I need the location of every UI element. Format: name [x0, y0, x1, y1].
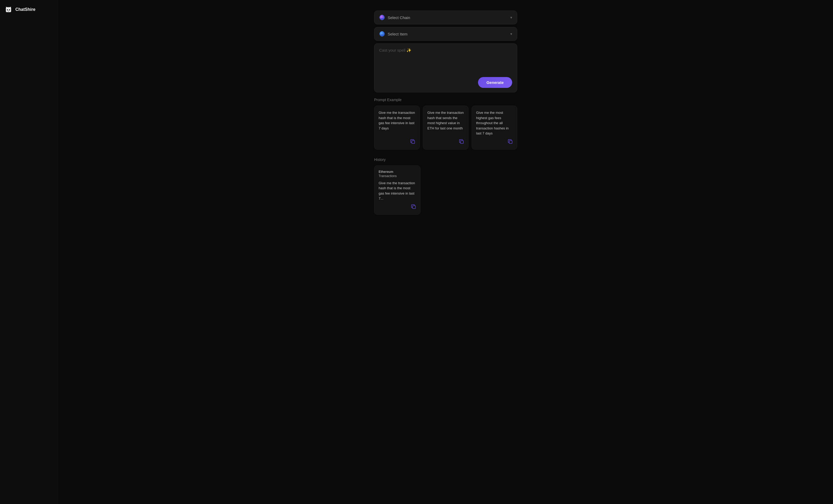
chain-select-label: Select Chain	[388, 15, 410, 20]
copy-icon-1[interactable]	[410, 139, 415, 145]
history-chain-label: Ethereum	[379, 170, 416, 174]
item-select[interactable]: Select Item ▾	[374, 27, 517, 41]
item-select-left: Select Item	[379, 31, 407, 37]
history-type-label: Transactions	[379, 174, 416, 178]
prompt-card-1-text: Give me the transaction hash that is the…	[379, 110, 415, 136]
svg-rect-11	[412, 206, 415, 208]
prompt-examples-title: Prompt Example	[374, 98, 517, 102]
chain-globe-icon	[379, 15, 385, 20]
logo-area: ChatShire	[4, 5, 54, 14]
copy-icon-2[interactable]	[459, 139, 464, 145]
svg-rect-9	[460, 141, 463, 144]
chain-chevron-icon: ▾	[510, 15, 512, 20]
chain-select-left: Select Chain	[379, 15, 410, 20]
app-name: ChatShire	[15, 7, 35, 12]
item-chevron-icon: ▾	[510, 32, 512, 36]
generate-row: Generate	[379, 77, 512, 88]
prompt-card-2-text: Give me the transaction hash that sends …	[427, 110, 464, 136]
history-cards-row: Ethereum Transactions Give me the transa…	[374, 166, 517, 215]
prompt-card-3[interactable]: Give me the most highest gas fees throug…	[472, 106, 517, 150]
copy-icon-row-1	[379, 139, 415, 145]
main-content: Select Chain ▾ Select Item	[58, 0, 833, 504]
spell-input[interactable]	[379, 48, 512, 74]
svg-rect-8	[412, 141, 415, 144]
spell-input-container: Generate	[374, 44, 517, 92]
svg-point-1	[9, 9, 10, 10]
history-title: History	[374, 157, 517, 162]
copy-icon-row-2	[427, 139, 464, 145]
prompt-cards-row: Give me the transaction hash that is the…	[374, 106, 517, 150]
select-panel: Select Chain ▾ Select Item	[374, 10, 517, 98]
history-card-text: Give me the transaction hash that is the…	[379, 180, 416, 201]
svg-point-0	[7, 9, 8, 10]
prompt-card-2[interactable]: Give me the transaction hash that sends …	[423, 106, 469, 150]
chain-select[interactable]: Select Chain ▾	[374, 10, 517, 24]
copy-icon-3[interactable]	[508, 139, 513, 145]
prompt-card-1[interactable]: Give me the transaction hash that is the…	[374, 106, 420, 150]
item-select-label: Select Item	[388, 32, 407, 36]
history-section: History Ethereum Transactions Give me th…	[374, 157, 517, 215]
history-copy-icon[interactable]	[411, 204, 416, 210]
history-copy-icon-row	[379, 204, 416, 210]
prompt-card-3-text: Give me the most highest gas fees throug…	[476, 110, 513, 136]
generate-button[interactable]: Generate	[478, 77, 512, 88]
sidebar: ChatShire	[0, 0, 58, 504]
svg-rect-10	[509, 141, 512, 144]
chatshire-logo-icon	[4, 5, 13, 14]
item-globe-icon	[379, 31, 385, 37]
copy-icon-row-3	[476, 139, 513, 145]
prompt-examples-section: Prompt Example Give me the transaction h…	[374, 98, 517, 150]
history-card-1[interactable]: Ethereum Transactions Give me the transa…	[374, 166, 421, 215]
